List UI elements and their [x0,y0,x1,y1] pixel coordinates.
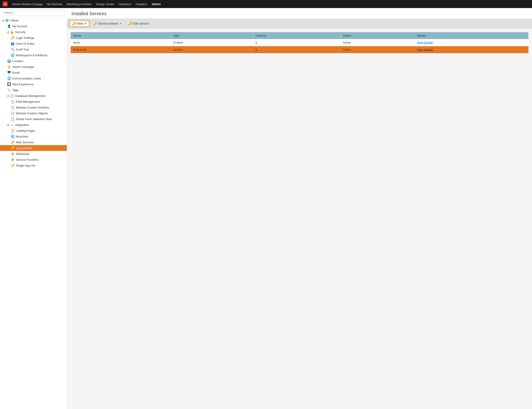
service-providers-icon: ✳️ [11,158,15,161]
row1-used-by-link[interactable]: 0 [256,41,257,44]
sidebar-item-launchpoint[interactable]: 🔑 LaunchPoint [0,145,67,151]
page-header: Installed Services [67,8,532,19]
location-icon: 🌍 [7,59,11,63]
sidebar-item-communication-limits-label: Communication Limits [12,77,41,80]
row1-type: Custom [170,39,253,46]
service-actions-button[interactable]: 🔑 Service Actions ▼ [90,20,124,27]
new-button-icon: 🔑 [72,21,76,26]
single-sign-on-icon: 🔑 [11,164,15,167]
new-button-label: New [77,22,83,25]
collapse-integration-icon: ▤ [7,124,9,126]
edit-service-label: Edit Service [133,22,149,25]
service-actions-label: Service Actions [98,22,118,25]
sidebar-item-login-settings[interactable]: 🔑 Login Settings [0,35,67,41]
row2-used-by: 0 [253,46,340,53]
row2-name: Real temp [71,46,170,53]
main-layout: ▤ ⚙️ Admin 👤 My Account ▤ 🔒 Security 🔑 L… [0,8,532,409]
sidebar-item-new-experience[interactable]: 🔲 New Experience [0,81,67,87]
landing-pages-icon: 📋 [11,129,15,132]
sidebar-item-munchkin-label: Munchkin [16,135,28,138]
sidebar-item-smart-campaign[interactable]: 💡 Smart Campaign [0,64,67,70]
sidebar-item-admin[interactable]: ▤ ⚙️ Admin [0,18,67,23]
tags-icon: 🏷️ [7,88,11,92]
nav-database[interactable]: Database [119,2,131,6]
sidebar-item-web-services[interactable]: 🔑 Web Services [0,139,67,145]
sidebar-item-users-roles[interactable]: 👥 Users & Roles [0,41,67,46]
global-form-validation-icon: 📋 [11,117,15,121]
sidebar-item-single-sign-on[interactable]: 🔑 Single Sign-On [0,163,67,168]
sidebar-item-marketo-custom-activities[interactable]: 📋 Marketo Custom Activities [0,104,67,110]
web-services-icon: 🔑 [11,140,15,144]
row2-view-details-link[interactable]: View Details [417,48,433,51]
table-row[interactable]: temp Custom 0 Active View Details [71,39,528,46]
sidebar-item-web-services-label: Web Services [16,141,34,144]
row1-used-by: 0 [253,39,340,46]
sidebar-item-location-label: Location [12,59,23,63]
sidebar-item-landing-pages-label: Landing Pages [16,129,35,132]
edit-service-icon: 🔑 [128,21,133,26]
collapse-db-icon: ▤ [7,95,9,97]
sidebar-item-my-account[interactable]: 👤 My Account [0,23,67,29]
row1-name: temp [71,39,170,46]
sidebar-item-login-settings-label: Login Settings [16,36,34,39]
content-area: Installed Services 🔑 New ▼ 🔑 Service Act… [67,8,532,409]
col-used-by: Used by [253,32,340,39]
nav-marketing-activities[interactable]: Marketing Activities [67,2,92,6]
table-header-row: Name Type Used by Status Details [71,32,528,39]
row2-status: Active [340,46,414,53]
sidebar-search-container [0,8,67,18]
sidebar-item-email-label: Email [12,71,20,74]
edit-service-button[interactable]: 🔑 Edit Service [125,20,152,27]
sidebar-item-email[interactable]: 🖥️ Email [0,70,67,75]
nav-adobe-marketo[interactable]: Adobe Marketo Engage [12,2,43,6]
row1-view-details-link[interactable]: View Details [417,41,433,44]
nav-analytics[interactable]: Analytics [135,2,147,6]
sidebar-item-database-management-label: Database Management [15,94,45,98]
sidebar-item-tags[interactable]: 🏷️ Tags [0,87,67,93]
webhooks-icon: ✳️ [11,152,15,156]
nav-design-studio[interactable]: Design Studio [96,2,114,6]
workspaces-icon: 🌐 [11,53,15,57]
sidebar-item-marketo-custom-objects[interactable]: 📋 Marketo Custom Objects [0,110,67,116]
sidebar-item-communication-limits[interactable]: 🌐 Communication Limits [0,75,67,81]
sidebar-item-webhooks[interactable]: ✳️ Webhooks [0,151,67,157]
sidebar-item-security[interactable]: ▤ 🔒 Security [0,29,67,35]
row2-status-text: Active [343,48,351,51]
nav-admin[interactable]: Admin [152,2,161,6]
nav-my-marketo[interactable]: My Marketo [47,2,62,6]
sidebar-item-marketo-custom-objects-label: Marketo Custom Objects [16,112,48,115]
users-roles-icon: 👥 [11,42,15,45]
new-button[interactable]: 🔑 New ▼ [69,20,89,27]
col-status: Status [340,32,414,39]
sidebar-item-workspaces[interactable]: 🌐 Workspaces & Partitions [0,52,67,58]
launchpoint-icon: 🔑 [11,146,15,150]
sidebar-item-global-form-validation[interactable]: 📋 Global Form Validation Rule [0,116,67,122]
sidebar-item-landing-pages[interactable]: 📋 Landing Pages [0,128,67,134]
sidebar-item-marketo-custom-activities-label: Marketo Custom Activities [16,106,49,109]
collapse-admin-icon: ▤ [2,19,4,22]
sidebar-item-my-account-label: My Account [12,25,27,28]
integration-icon: ☁️ [10,123,14,127]
new-button-arrow: ▼ [85,22,87,25]
sidebar-item-service-providers[interactable]: ✳️ Service Providers [0,157,67,163]
row2-used-by-link[interactable]: 0 [256,48,257,51]
sidebar-item-security-label: Security [15,30,26,34]
login-settings-icon: 🔑 [11,36,15,39]
sidebar-item-field-management[interactable]: 📋 Field Management [0,99,67,104]
marketo-custom-activities-icon: 📋 [11,106,15,109]
sidebar-item-database-management[interactable]: ▤ 📋 Database Management [0,93,67,99]
sidebar-item-global-form-validation-label: Global Form Validation Rule [16,118,52,121]
table-row[interactable]: Real temp Custom 0 Active View Details [71,46,528,53]
sidebar-item-location[interactable]: 🌍 Location [0,58,67,64]
sidebar-item-integration[interactable]: ▤ ☁️ Integration [0,122,67,128]
col-type: Type [170,32,253,39]
sidebar-item-smart-campaign-label: Smart Campaign [12,65,34,69]
sidebar-item-munchkin[interactable]: 🌐 Munchkin [0,134,67,139]
sidebar-search-input[interactable] [2,10,65,15]
sidebar-item-audit-trail[interactable]: 🔨 Audit Trail [0,46,67,52]
sidebar-content: ▤ ⚙️ Admin 👤 My Account ▤ 🔒 Security 🔑 L… [0,18,67,409]
sidebar-item-field-management-label: Field Management [16,100,40,103]
top-navigation: A Adobe Marketo Engage My Marketo Market… [0,0,532,8]
sidebar-item-users-roles-label: Users & Roles [16,42,34,45]
munchkin-icon: 🌐 [11,135,15,138]
